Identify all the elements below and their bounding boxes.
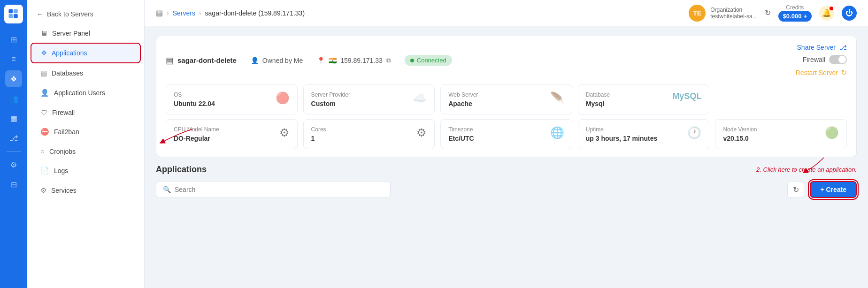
- credits-amount: $0.000: [783, 13, 802, 20]
- server-actions: Share Server ⎇ Firewall Restart Server ↻: [796, 44, 847, 77]
- breadcrumb: ▦ › Servers › sagar-dont-delete (159.89.…: [156, 8, 305, 17]
- app-users-icon: 👤: [40, 89, 49, 97]
- fail2ban-icon: ⛔: [40, 128, 49, 136]
- stat-uptime-icon: 🕐: [687, 126, 701, 139]
- ip-block: 📍 🇮🇳 159.89.171.33 ⧉: [317, 57, 391, 64]
- back-to-servers[interactable]: ← Back to Servers: [27, 5, 144, 23]
- share-server-link[interactable]: Share Server ⎇: [797, 44, 847, 51]
- server-owner: Owned by Me: [262, 57, 303, 64]
- org-avatar: TE: [689, 5, 706, 22]
- credits-badge[interactable]: $0.000 +: [778, 11, 812, 22]
- server-info-top-left: ▤ sagar-dont-delete 👤 Owned by Me 📍 🇮🇳 1…: [166, 55, 452, 66]
- breadcrumb-current: sagar-dont-delete (159.89.171.33): [205, 9, 305, 17]
- stat-card-cores: Cores 1 ⚙: [303, 119, 435, 149]
- refresh-applications-button[interactable]: ↻: [787, 181, 804, 198]
- server-name: sagar-dont-delete: [177, 56, 237, 64]
- stat-card-uptime: Uptime up 3 hours, 17 minutes 🕐: [578, 119, 710, 149]
- header-right: TE Organization testwhitelabel-sa... ↻ C…: [689, 4, 857, 22]
- org-section: TE Organization testwhitelabel-sa...: [689, 5, 757, 22]
- restart-server-link[interactable]: Restart Server ↻: [796, 68, 847, 77]
- svg-rect-3: [14, 14, 18, 18]
- stat-card-os: OS Ubuntu 22.04 🔴: [166, 84, 298, 114]
- sidebar-divider: [7, 151, 21, 152]
- create-application-button[interactable]: + Create: [810, 181, 857, 198]
- stats-row-1: OS Ubuntu 22.04 🔴 Server Provider Custom…: [166, 84, 847, 114]
- connected-dot: [410, 59, 414, 62]
- credits-plus: +: [803, 13, 807, 20]
- sidebar-item-cronjobs[interactable]: ○ Cronjobs: [31, 142, 140, 160]
- breadcrumb-servers[interactable]: Servers: [173, 9, 195, 17]
- sidebar-item-firewall[interactable]: 🛡 Firewall: [31, 103, 140, 121]
- applications-icon: ❖: [41, 49, 47, 57]
- sidebar-item-server-panel[interactable]: 🖥 Server Panel: [31, 24, 140, 42]
- firewall-row: Firewall: [803, 55, 847, 64]
- nav-share-icon[interactable]: ⎇: [5, 129, 22, 146]
- restart-server-label: Restart Server: [796, 69, 838, 76]
- stat-card-timezone: Timezone Etc/UTC 🌐: [440, 119, 572, 149]
- nav-dashboard-icon[interactable]: ⊞: [5, 31, 22, 48]
- nav-grid-icon[interactable]: ⊟: [5, 176, 22, 193]
- search-box: 🔍: [156, 181, 391, 198]
- stat-card-database: Database Mysql MySQL: [578, 84, 710, 114]
- breadcrumb-grid-icon: ▦: [156, 8, 163, 17]
- sidebar-item-logs[interactable]: 📄 Logs: [31, 161, 140, 180]
- stat-node-info: Node Version v20.15.0: [723, 126, 757, 142]
- nav-users-icon[interactable]: 👥: [5, 90, 22, 107]
- search-icon: 🔍: [163, 186, 171, 193]
- stat-webserver-icon: 🪶: [550, 91, 564, 105]
- svg-rect-2: [9, 14, 13, 18]
- stat-os-icon: 🔴: [276, 91, 290, 105]
- sidebar-item-applications[interactable]: ❖ Applications 1. Click here: [31, 43, 140, 63]
- create-label: + Create: [820, 186, 846, 193]
- breadcrumb-sep-1: ›: [167, 9, 169, 17]
- server-info-card: ▤ sagar-dont-delete 👤 Owned by Me 📍 🇮🇳 1…: [156, 36, 857, 157]
- power-button[interactable]: ⏻: [842, 6, 857, 21]
- server-panel-icon: 🖥: [40, 29, 47, 37]
- applications-section: Applications 2. Click here to create an …: [156, 165, 857, 198]
- sidebar-item-services[interactable]: ⚙ Services: [31, 181, 140, 200]
- nav-terminal-icon[interactable]: ▦: [5, 110, 22, 127]
- main-content: ▦ › Servers › sagar-dont-delete (159.89.…: [145, 0, 868, 288]
- icon-sidebar: ⊞ ≡ ❖ 👥 ▦ ⎇ ⚙ ⊟: [0, 0, 27, 288]
- nav-list-icon[interactable]: ≡: [5, 51, 22, 68]
- logs-icon: 📄: [40, 167, 49, 175]
- stat-timezone-info: Timezone Etc/UTC: [448, 126, 474, 142]
- stat-card-provider: Server Provider Custom ☁️: [303, 84, 435, 114]
- stat-cpu-info: CPU Model Name DO-Regular: [174, 126, 219, 142]
- owner-block: 👤 Owned by Me: [251, 57, 303, 64]
- copy-ip-icon[interactable]: ⧉: [386, 57, 391, 64]
- stat-cores-icon: ⚙: [416, 126, 427, 139]
- services-icon: ⚙: [40, 186, 46, 195]
- stat-cpu-icon: ⚙: [279, 126, 290, 139]
- share-icon: ⎇: [839, 44, 847, 51]
- location-icon: 📍: [317, 57, 325, 64]
- server-name-block: ▤ sagar-dont-delete: [166, 55, 237, 66]
- stat-provider-icon: ☁️: [413, 91, 427, 105]
- sidebar-item-application-users[interactable]: 👤 Application Users: [31, 83, 140, 102]
- section-header: Applications 2. Click here to create an …: [156, 165, 857, 174]
- stat-database-icon: MySQL: [672, 91, 701, 101]
- owner-icon: 👤: [251, 57, 259, 64]
- svg-rect-0: [9, 9, 13, 14]
- sidebar-item-fail2ban[interactable]: ⛔ Fail2ban: [31, 122, 140, 141]
- search-create-row: 🔍 ↻ + Create: [156, 181, 857, 198]
- page-content: ▤ sagar-dont-delete 👤 Owned by Me 📍 🇮🇳 1…: [145, 26, 868, 288]
- stat-cores-info: Cores 1: [311, 126, 326, 142]
- nav-settings-icon[interactable]: ⚙: [5, 156, 22, 173]
- stats-row-2: CPU Model Name DO-Regular ⚙ Cores 1 ⚙ Ti…: [166, 119, 847, 149]
- annotation-create: 2. Click here to create an application.: [756, 166, 857, 173]
- stat-card-cpu: CPU Model Name DO-Regular ⚙: [166, 119, 298, 149]
- sidebar-item-databases[interactable]: ▤ Databases: [31, 64, 140, 83]
- credits-section: Credits $0.000 +: [778, 4, 812, 22]
- notification-button[interactable]: 🔔: [819, 6, 834, 21]
- header-refresh-icon[interactable]: ↻: [765, 8, 771, 17]
- notification-dot: [830, 7, 833, 10]
- nav-apps-icon[interactable]: ❖: [5, 70, 22, 87]
- firewall-toggle[interactable]: [829, 55, 847, 64]
- search-input[interactable]: [175, 186, 384, 193]
- back-arrow-icon: ←: [37, 10, 43, 18]
- share-server-label: Share Server: [797, 44, 836, 51]
- connected-badge: Connected: [405, 55, 452, 66]
- text-sidebar: ← Back to Servers 🖥 Server Panel ❖ Appli…: [27, 0, 145, 288]
- stat-database-info: Database Mysql: [586, 91, 610, 107]
